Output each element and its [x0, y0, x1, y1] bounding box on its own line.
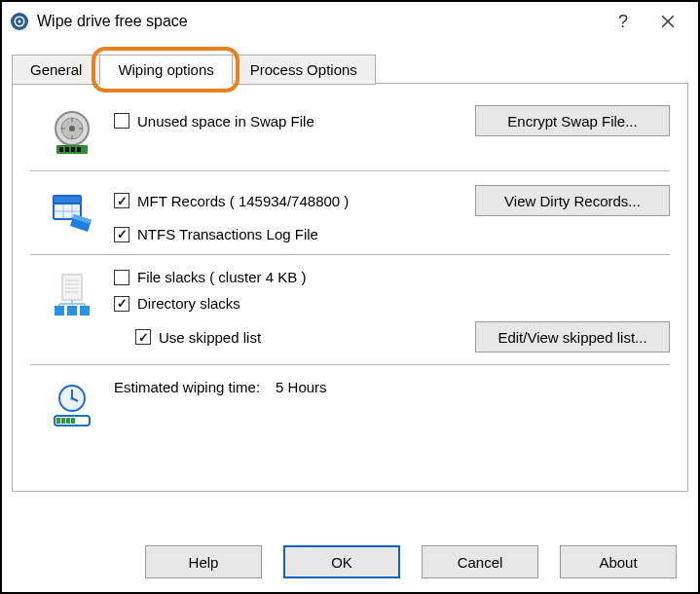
checkbox-ntfs-log[interactable]: NTFS Transactions Log File	[114, 226, 318, 242]
svg-rect-32	[67, 306, 77, 316]
about-button[interactable]: About	[560, 545, 677, 578]
svg-rect-33	[80, 306, 90, 316]
estimate-label: Estimated wiping time:	[114, 379, 260, 395]
view-dirty-records-button[interactable]: View Dirty Records...	[475, 185, 670, 216]
svg-rect-26	[62, 275, 82, 300]
svg-rect-17	[77, 147, 81, 152]
checkbox-box	[114, 193, 129, 208]
svg-rect-14	[59, 147, 63, 152]
encrypt-swap-button[interactable]: Encrypt Swap File...	[475, 105, 670, 136]
svg-rect-31	[55, 306, 64, 316]
ok-button[interactable]: OK	[283, 545, 400, 578]
edit-skipped-list-button[interactable]: Edit/View skipped list...	[475, 321, 670, 353]
checkbox-mft-records[interactable]: MFT Records ( 145934/748800 )	[114, 193, 349, 209]
vault-icon	[49, 109, 95, 159]
svg-rect-45	[66, 418, 70, 424]
svg-point-8	[69, 126, 75, 131]
section-slacks: File slacks ( cluster 4 KB ) Directory s…	[30, 254, 670, 364]
close-button[interactable]	[645, 7, 690, 36]
checkbox-box	[135, 329, 151, 345]
svg-rect-43	[56, 418, 60, 424]
tab-panel-wiping: Unused space in Swap File Encrypt Swap F…	[12, 83, 688, 492]
tabstrip: General Wiping options Process Options	[12, 47, 688, 84]
svg-rect-16	[71, 147, 75, 152]
checkbox-file-slacks[interactable]: File slacks ( cluster 4 KB )	[114, 269, 306, 285]
help-button-footer[interactable]: Help	[145, 545, 262, 578]
svg-rect-15	[65, 147, 69, 152]
checkbox-label: MFT Records ( 145934/748800 )	[137, 193, 349, 209]
checkbox-label: File slacks ( cluster 4 KB )	[137, 269, 306, 285]
section-swap: Unused space in Swap File Encrypt Swap F…	[30, 97, 670, 170]
checkbox-directory-slacks[interactable]: Directory slacks	[114, 295, 240, 312]
tab-wiping-options[interactable]: Wiping options	[99, 55, 232, 85]
content-area: General Wiping options Process Options	[2, 41, 698, 532]
checkbox-box	[114, 270, 129, 285]
window-title: Wipe drive free space	[37, 13, 601, 30]
checkbox-use-skipped-list[interactable]: Use skipped list	[135, 329, 261, 346]
svg-rect-19	[55, 197, 80, 203]
checkbox-box	[114, 296, 129, 312]
file-slacks-icon	[49, 273, 95, 322]
checkbox-label: NTFS Transactions Log File	[137, 226, 318, 242]
svg-rect-46	[71, 418, 75, 424]
checkbox-label: Unused space in Swap File	[137, 113, 314, 130]
checkbox-box	[114, 113, 129, 129]
app-icon	[10, 12, 29, 31]
dialog-footer: Help OK Cancel About	[2, 532, 698, 592]
help-button[interactable]: ?	[601, 7, 645, 36]
cancel-button[interactable]: Cancel	[422, 545, 538, 578]
svg-point-3	[18, 20, 21, 23]
section-estimate: Estimated wiping time: 5 Hours	[30, 364, 670, 444]
titlebar: Wipe drive free space ?	[2, 2, 698, 41]
checkbox-box	[114, 227, 129, 242]
estimate-value: 5 Hours	[276, 379, 327, 395]
section-mft: MFT Records ( 145934/748800 ) View Dirty…	[30, 170, 670, 254]
checkbox-label: Directory slacks	[137, 295, 240, 312]
checkbox-unused-swap[interactable]: Unused space in Swap File	[114, 113, 314, 130]
tab-process-options[interactable]: Process Options	[232, 55, 376, 85]
svg-rect-44	[61, 418, 65, 424]
clock-progress-icon	[49, 383, 95, 432]
records-icon	[49, 189, 95, 239]
tab-general[interactable]: General	[12, 55, 100, 85]
dialog-window: Wipe drive free space ? General Wiping o…	[0, 0, 700, 594]
checkbox-label: Use skipped list	[159, 329, 261, 346]
